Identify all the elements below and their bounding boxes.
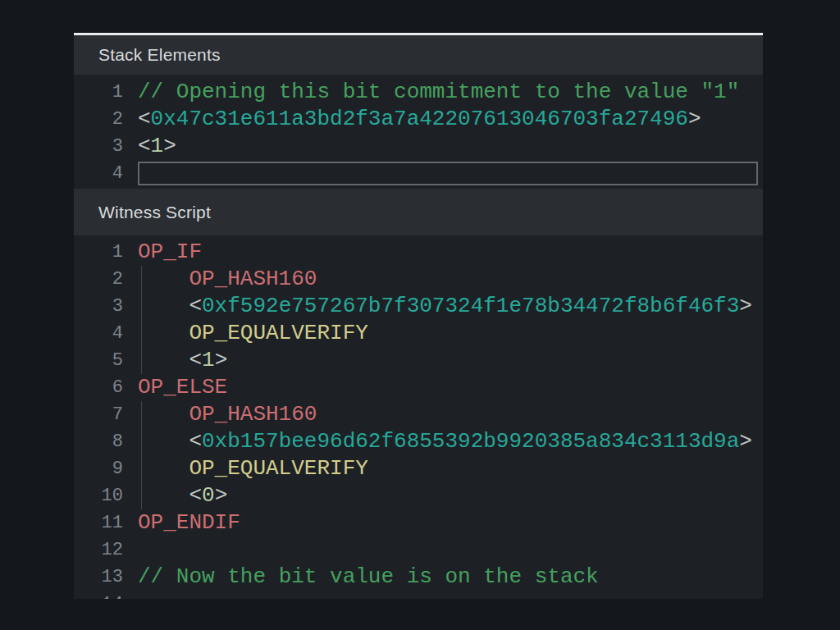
token-bracket: < <box>189 429 202 454</box>
line-number: 1 <box>74 82 123 103</box>
line-content <box>138 160 763 187</box>
line-content: OP_EQUALVERIFY <box>138 455 763 482</box>
code-text: OP_ENDIF <box>138 509 240 536</box>
code-line[interactable]: 1// Opening this bit commitment to the v… <box>74 79 763 106</box>
indent-guide-line <box>141 266 142 293</box>
line-content: <0xb157bee96d62f6855392b9920385a834c3113… <box>138 428 763 455</box>
token-number: 1 <box>202 348 215 372</box>
line-content: // Opening this bit commitment to the va… <box>138 79 763 106</box>
code-text: <0xf592e757267b7f307324f1e78b34472f8b6f4… <box>189 293 752 320</box>
stack-element-input[interactable] <box>138 162 758 185</box>
line-content: OP_IF <box>138 239 763 266</box>
code-line[interactable]: 10<0> <box>74 482 763 509</box>
token-comment: // Opening this bit commitment to the va… <box>138 80 739 104</box>
line-number: 6 <box>74 377 123 398</box>
line-number: 5 <box>74 350 123 371</box>
line-content: <0xf592e757267b7f307324f1e78b34472f8b6f4… <box>138 293 763 320</box>
token-bracket: < <box>138 107 151 131</box>
code-text: OP_IF <box>138 239 202 266</box>
code-line[interactable]: 6OP_ELSE <box>74 374 763 401</box>
line-content: OP_HASH160 <box>138 401 763 428</box>
line-content: OP_ELSE <box>138 374 763 401</box>
line-content: OP_HASH160 <box>138 266 763 293</box>
token-opcode_branch: OP_IF <box>138 240 202 264</box>
line-content: // Now the bit value is on the stack <box>138 564 763 591</box>
line-number: 4 <box>74 323 123 344</box>
code-text: OP_ELSE <box>138 374 227 401</box>
witness-script-editor[interactable]: 1OP_IF2OP_HASH1603<0xf592e757267b7f30732… <box>74 235 763 599</box>
line-number: 14 <box>74 594 123 599</box>
line-number: 10 <box>74 486 123 506</box>
indent-guide-line <box>141 320 142 347</box>
token-bracket: > <box>739 294 752 318</box>
line-content: <0> <box>138 482 763 509</box>
code-line[interactable]: 3<0xf592e757267b7f307324f1e78b34472f8b6f… <box>74 293 763 320</box>
token-opcode_branch: OP_ELSE <box>138 375 227 399</box>
code-line[interactable]: 1OP_IF <box>74 239 763 266</box>
line-content: OP_EQUALVERIFY <box>138 320 763 347</box>
code-text: OP_HASH160 <box>189 266 317 293</box>
witness-script-header: Witness Script <box>74 189 763 235</box>
indent-guide-line <box>141 482 142 509</box>
code-line[interactable]: 8<0xb157bee96d62f6855392b9920385a834c311… <box>74 428 763 455</box>
token-opcode_branch: OP_ENDIF <box>138 510 240 535</box>
stack-elements-editor[interactable]: 1// Opening this bit commitment to the v… <box>74 75 763 189</box>
code-text: // Opening this bit commitment to the va… <box>138 79 739 106</box>
code-line[interactable]: 5<1> <box>74 347 763 374</box>
token-opcode_verify: OP_EQUALVERIFY <box>189 456 368 481</box>
indent-guide-line <box>141 347 142 374</box>
token-opcode_branch: OP_HASH160 <box>189 402 317 427</box>
line-number: 12 <box>74 540 123 560</box>
line-content <box>138 536 763 564</box>
code-text: // Now the bit value is on the stack <box>138 564 599 591</box>
token-bracket: > <box>163 134 176 158</box>
line-content: <1> <box>138 347 763 374</box>
witness-script-title: Witness Script <box>98 203 211 222</box>
code-line[interactable]: 2<0x47c31e611a3bd2f3a7a42207613046703fa2… <box>74 106 763 133</box>
line-number: 2 <box>74 269 123 290</box>
line-number: 2 <box>74 109 123 130</box>
code-line[interactable]: 2OP_HASH160 <box>74 266 763 293</box>
line-number: 13 <box>74 567 123 587</box>
code-line[interactable]: 3<1> <box>74 133 763 160</box>
line-number: 7 <box>74 404 123 425</box>
line-number: 1 <box>74 242 123 262</box>
token-hex: 0xb157bee96d62f6855392b9920385a834c3113d… <box>202 429 739 454</box>
token-bracket: > <box>215 348 228 372</box>
line-content: OP_ENDIF <box>138 509 763 536</box>
indent-guide-line <box>141 401 142 428</box>
code-text: OP_EQUALVERIFY <box>189 320 368 347</box>
token-number: 0 <box>202 483 215 508</box>
indent-guide-line <box>141 455 142 482</box>
code-line[interactable]: 14 <box>74 591 763 599</box>
code-text: <1> <box>189 347 227 374</box>
code-text: <0x47c31e611a3bd2f3a7a42207613046703fa27… <box>138 106 701 133</box>
code-text: OP_EQUALVERIFY <box>189 455 368 482</box>
code-line[interactable]: 12 <box>74 536 763 564</box>
line-number: 8 <box>74 431 123 452</box>
token-bracket: < <box>189 483 202 508</box>
code-text: <1> <box>138 133 176 160</box>
indent-guide-line <box>141 428 142 455</box>
code-line[interactable]: 9OP_EQUALVERIFY <box>74 455 763 482</box>
line-number: 11 <box>74 513 123 533</box>
code-line[interactable]: 11OP_ENDIF <box>74 509 763 536</box>
token-bracket: > <box>739 429 752 454</box>
token-bracket: > <box>688 107 701 131</box>
token-bracket: < <box>189 294 202 318</box>
token-hex: 0x47c31e611a3bd2f3a7a42207613046703fa274… <box>151 107 688 131</box>
token-bracket: < <box>189 348 202 372</box>
token-number: 1 <box>151 134 164 158</box>
line-content: <1> <box>138 133 763 160</box>
code-line[interactable]: 13// Now the bit value is on the stack <box>74 564 763 591</box>
script-ide-screen: Stack Elements 1// Opening this bit comm… <box>0 0 840 630</box>
code-line[interactable]: 7OP_HASH160 <box>74 401 763 428</box>
stack-elements-title: Stack Elements <box>98 45 221 65</box>
line-number: 3 <box>74 136 123 157</box>
indent-guide-line <box>141 293 142 320</box>
token-opcode_branch: OP_HASH160 <box>189 267 317 291</box>
token-hex: 0xf592e757267b7f307324f1e78b34472f8b6f46… <box>202 294 739 318</box>
code-line[interactable]: 4 <box>74 160 763 187</box>
line-number: 4 <box>74 163 123 184</box>
code-line[interactable]: 4OP_EQUALVERIFY <box>74 320 763 347</box>
